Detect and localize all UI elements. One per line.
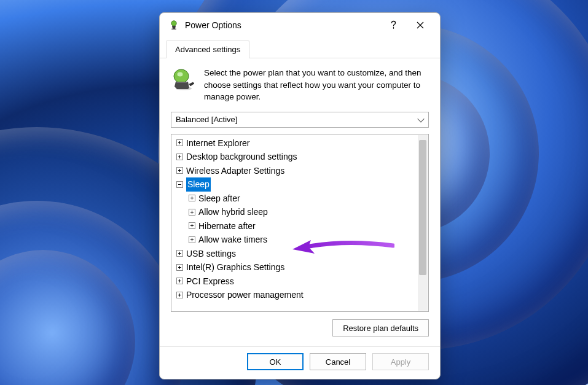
power-plan-selected: Balanced [Active]: [176, 115, 237, 124]
expand-icon[interactable]: [189, 195, 195, 201]
tree-item[interactable]: Allow wake timers: [175, 233, 428, 247]
tree-item-label: Desktop background settings: [186, 150, 297, 164]
dialog-content: Select the power plan that you want to c…: [160, 58, 440, 346]
power-plan-icon: [171, 67, 195, 91]
scrollbar-thumb[interactable]: [419, 140, 426, 275]
apply-button: Apply: [372, 353, 429, 370]
tree-item[interactable]: Wireless Adapter Settings: [175, 164, 428, 178]
tree-item[interactable]: Sleep after: [175, 192, 428, 206]
tab-advanced-settings[interactable]: Advanced settings: [166, 41, 249, 58]
power-options-icon: [168, 20, 179, 31]
svg-rect-1: [171, 29, 176, 30]
collapse-icon[interactable]: [176, 181, 183, 188]
tree-item[interactable]: Processor power management: [175, 288, 428, 302]
expand-icon[interactable]: [176, 292, 183, 298]
tree-item-label: USB settings: [186, 247, 236, 261]
tree-item-label: Wireless Adapter Settings: [186, 164, 284, 178]
tree-item[interactable]: Internet Explorer: [175, 136, 428, 150]
tree-item[interactable]: Sleep: [175, 177, 428, 192]
ok-button[interactable]: OK: [247, 353, 304, 370]
tree-item-label: Intel(R) Graphics Settings: [186, 260, 284, 274]
expand-icon[interactable]: [189, 236, 195, 243]
settings-tree[interactable]: Internet ExplorerDesktop background sett…: [171, 134, 429, 312]
svg-point-3: [178, 72, 183, 77]
expand-icon[interactable]: [176, 264, 183, 271]
tree-item[interactable]: Allow hybrid sleep: [175, 205, 428, 219]
power-plan-dropdown[interactable]: Balanced [Active]: [171, 112, 429, 128]
expand-icon[interactable]: [176, 154, 183, 160]
tree-item[interactable]: PCI Express: [175, 274, 428, 289]
expand-icon[interactable]: [189, 209, 195, 216]
window-title: Power Options: [185, 20, 380, 30]
tree-item-label: Allow wake timers: [198, 233, 267, 247]
tab-strip: Advanced settings: [160, 37, 440, 58]
expand-icon[interactable]: [189, 222, 195, 229]
tree-item-label: Sleep after: [198, 192, 240, 206]
tree-scrollbar[interactable]: [418, 135, 428, 311]
power-options-dialog: Power Options Advanced settings Select: [159, 12, 441, 379]
tree-item-label: Hibernate after: [198, 219, 256, 233]
titlebar[interactable]: Power Options: [160, 13, 440, 37]
close-button[interactable]: [407, 15, 434, 35]
restore-defaults-button[interactable]: Restore plan defaults: [332, 319, 429, 336]
intro-row: Select the power plan that you want to c…: [171, 67, 429, 103]
tree-item[interactable]: Hibernate after: [175, 219, 428, 233]
tree-item-label: PCI Express: [186, 274, 234, 289]
intro-text: Select the power plan that you want to c…: [204, 67, 429, 103]
dialog-button-row: OK Cancel Apply: [160, 346, 440, 379]
tree-item-label: Allow hybrid sleep: [198, 205, 268, 219]
help-button[interactable]: [380, 15, 407, 35]
tree-item-label: Sleep: [186, 177, 211, 192]
expand-icon[interactable]: [176, 139, 183, 146]
tree-item-label: Internet Explorer: [186, 136, 250, 150]
tree-item-label: Processor power management: [186, 288, 304, 302]
tree-item[interactable]: Desktop background settings: [175, 150, 428, 164]
cancel-button[interactable]: Cancel: [310, 353, 366, 370]
expand-icon[interactable]: [176, 167, 183, 174]
tree-item[interactable]: USB settings: [175, 247, 428, 261]
expand-icon[interactable]: [176, 278, 183, 284]
svg-point-0: [171, 21, 176, 26]
tree-item[interactable]: Intel(R) Graphics Settings: [175, 260, 428, 274]
expand-icon[interactable]: [176, 250, 183, 257]
